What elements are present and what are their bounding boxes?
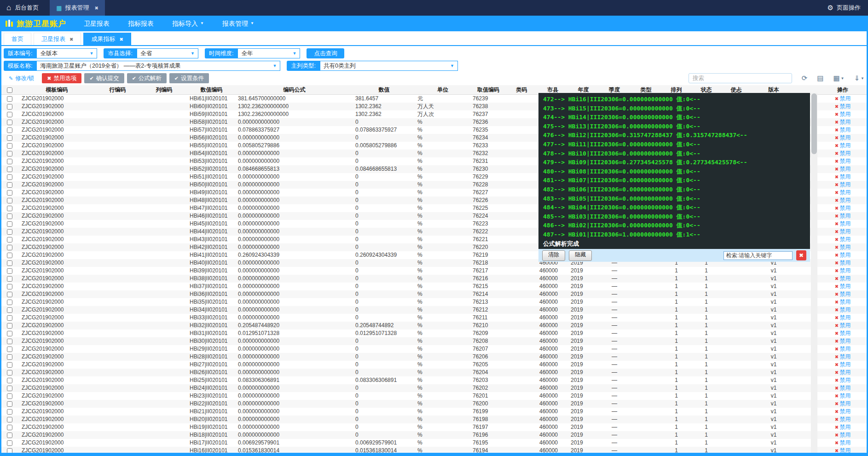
row-checkbox[interactable] xyxy=(7,198,12,203)
clear-button[interactable]: 清除 xyxy=(542,250,565,261)
nav-item-indicator-import[interactable]: 指标导入 ▼ xyxy=(163,16,213,31)
row-checkbox[interactable] xyxy=(7,104,12,110)
disable-link[interactable]: 禁用 xyxy=(839,220,851,227)
hide-button[interactable]: 隐藏 xyxy=(569,250,592,261)
disable-link[interactable]: 禁用 xyxy=(839,119,851,125)
row-checkbox[interactable] xyxy=(7,135,12,141)
disable-link[interactable]: 禁用 xyxy=(839,150,851,156)
disable-link[interactable]: 禁用 xyxy=(839,416,851,422)
export-icon[interactable]: ⇓ ▼ xyxy=(854,74,865,82)
tab-close-icon[interactable]: ✖ xyxy=(119,37,123,42)
row-checkbox[interactable] xyxy=(7,120,12,125)
row-checkbox[interactable] xyxy=(7,339,12,344)
refresh-icon[interactable]: ⟳ xyxy=(802,74,808,82)
disable-link[interactable]: 禁用 xyxy=(839,330,851,336)
disable-link[interactable]: 禁用 xyxy=(839,299,851,305)
set-conditions-button[interactable]: ✔ 设置条件 xyxy=(169,73,209,83)
formula-parse-button[interactable]: ✔ 公式解析 xyxy=(127,73,167,83)
row-checkbox[interactable] xyxy=(7,440,12,446)
row-checkbox[interactable] xyxy=(7,253,12,258)
disable-link[interactable]: 禁用 xyxy=(839,103,851,110)
row-checkbox[interactable] xyxy=(7,214,12,219)
disable-link[interactable]: 禁用 xyxy=(839,267,851,274)
row-checkbox[interactable] xyxy=(7,300,12,305)
disable-link[interactable]: 禁用 xyxy=(839,213,851,219)
version-select[interactable]: 全版本 ▼ xyxy=(36,48,97,58)
disable-link[interactable]: 禁用 xyxy=(839,260,851,266)
disable-link[interactable]: 禁用 xyxy=(839,181,851,188)
disable-link[interactable]: 禁用 xyxy=(839,127,851,133)
row-checkbox[interactable] xyxy=(7,96,12,102)
disable-link[interactable]: 禁用 xyxy=(839,346,851,352)
row-checkbox[interactable] xyxy=(7,260,12,266)
row-checkbox[interactable] xyxy=(7,159,12,164)
disable-link[interactable]: 禁用 xyxy=(839,314,851,321)
disable-link[interactable]: 禁用 xyxy=(839,439,851,446)
region-select[interactable]: 全省 ▼ xyxy=(137,48,198,58)
disable-link[interactable]: 禁用 xyxy=(839,197,851,203)
disable-link[interactable]: 禁用 xyxy=(839,306,851,313)
row-checkbox[interactable] xyxy=(7,237,12,242)
home-icon[interactable]: ⌂ xyxy=(6,3,11,12)
row-checkbox[interactable] xyxy=(7,393,12,399)
row-checkbox[interactable] xyxy=(7,386,12,391)
disable-link[interactable]: 禁用 xyxy=(839,361,851,368)
grid-columns-icon[interactable]: ▦ ▼ xyxy=(833,74,844,82)
disable-link[interactable]: 禁用 xyxy=(839,275,851,282)
disable-link[interactable]: 禁用 xyxy=(839,142,851,149)
row-checkbox[interactable] xyxy=(7,292,12,297)
topbar-tab-report-management[interactable]: ▦ 报表管理 ✖ xyxy=(50,0,105,16)
row-checkbox[interactable] xyxy=(7,174,12,180)
row-checkbox[interactable] xyxy=(7,245,12,250)
nav-item-satellite-report[interactable]: 卫星报表 xyxy=(75,16,119,31)
backend-home-link[interactable]: 后台首页 xyxy=(15,4,39,12)
row-checkbox[interactable] xyxy=(7,143,12,149)
row-checkbox[interactable] xyxy=(7,362,12,368)
scrollbar-thumb[interactable] xyxy=(811,93,817,154)
main-column-type-select[interactable]: 共有0类主列 ▼ xyxy=(320,61,458,71)
disable-link[interactable]: 禁用 xyxy=(839,205,851,211)
disable-link[interactable]: 禁用 xyxy=(839,158,851,164)
tab-result-indicator[interactable]: 成果指标 ✖ xyxy=(83,33,131,45)
row-checkbox[interactable] xyxy=(7,229,12,235)
modify-lock-button[interactable]: ✎ 修改/锁 xyxy=(4,73,39,83)
template-select[interactable]: 海南旅游卫星账户（2019全省） ——表2-专项核算成果 ▼ xyxy=(36,61,280,71)
list-view-icon[interactable]: ▤ xyxy=(817,74,823,82)
nav-item-indicator-report[interactable]: 指标报表 xyxy=(119,16,163,31)
disable-link[interactable]: 禁用 xyxy=(839,377,851,383)
disable-link[interactable]: 禁用 xyxy=(839,393,851,399)
row-checkbox[interactable] xyxy=(7,401,12,407)
disable-link[interactable]: 禁用 xyxy=(839,189,851,196)
disable-link[interactable]: 禁用 xyxy=(839,173,851,180)
disable-link[interactable]: 禁用 xyxy=(839,236,851,242)
confirm-submit-button[interactable]: ✔ 确认提交 xyxy=(84,73,124,83)
disable-link[interactable]: 禁用 xyxy=(839,408,851,415)
row-checkbox[interactable] xyxy=(7,346,12,352)
disable-link[interactable]: 禁用 xyxy=(839,369,851,375)
row-checkbox[interactable] xyxy=(7,417,12,422)
disable-link[interactable]: 禁用 xyxy=(839,385,851,391)
disable-link[interactable]: 禁用 xyxy=(839,283,851,289)
disable-link[interactable]: 禁用 xyxy=(839,95,851,102)
topbar-tab-close-icon[interactable]: ✖ xyxy=(95,6,98,11)
disable-link[interactable]: 禁用 xyxy=(839,432,851,438)
row-checkbox[interactable] xyxy=(7,284,12,289)
disable-link[interactable]: 禁用 xyxy=(839,424,851,430)
disable-link[interactable]: 禁用 xyxy=(839,400,851,407)
row-checkbox[interactable] xyxy=(7,378,12,383)
disable-link[interactable]: 禁用 xyxy=(839,244,851,250)
console-search-input[interactable] xyxy=(723,251,793,260)
row-checkbox[interactable] xyxy=(7,307,12,313)
page-actions-button[interactable]: ⚙ 页面操作 xyxy=(827,4,868,12)
disable-link[interactable]: 禁用 xyxy=(839,291,851,297)
disable-link[interactable]: 禁用 xyxy=(839,353,851,360)
row-checkbox[interactable] xyxy=(7,276,12,282)
disable-link[interactable]: 禁用 xyxy=(839,338,851,344)
row-checkbox[interactable] xyxy=(7,206,12,211)
row-checkbox[interactable] xyxy=(7,221,12,227)
row-checkbox[interactable] xyxy=(7,323,12,329)
console-close-button[interactable]: ✖ xyxy=(796,250,806,260)
disable-link[interactable]: 禁用 xyxy=(839,166,851,172)
row-checkbox[interactable] xyxy=(7,370,12,375)
disable-link[interactable]: 禁用 xyxy=(839,228,851,235)
